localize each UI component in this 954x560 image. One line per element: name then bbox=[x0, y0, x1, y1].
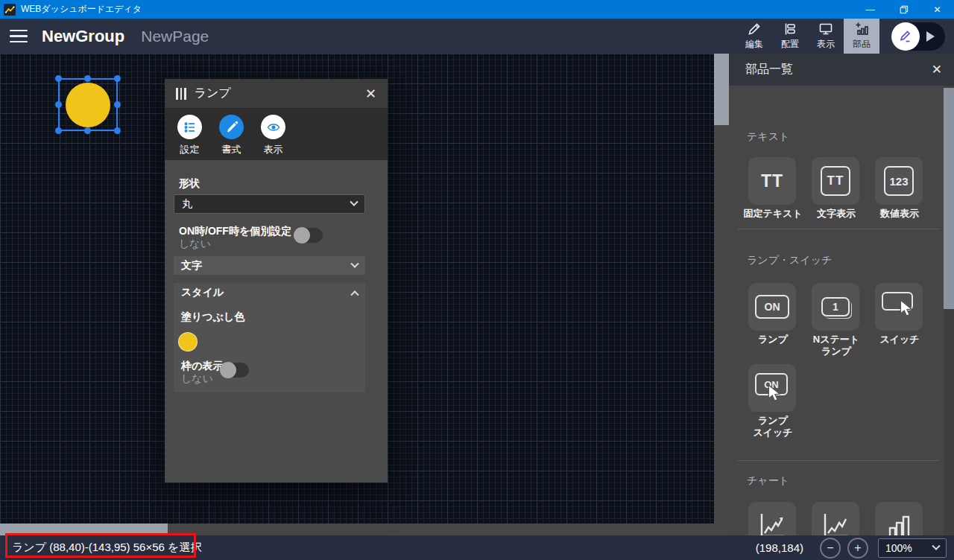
hamburger-menu-icon[interactable] bbox=[10, 30, 28, 43]
part-numeric-display[interactable]: 123 bbox=[875, 157, 923, 205]
part-label: 固定テキスト bbox=[741, 208, 805, 220]
parts-icon bbox=[854, 22, 869, 36]
style-section-bar[interactable]: スタイル bbox=[174, 283, 365, 302]
lamp-icon: ON bbox=[755, 295, 789, 319]
statusbar: ランプ (88,40)-(143,95) 56×56 を選択 (198,184)… bbox=[0, 535, 954, 560]
section-divider bbox=[738, 460, 939, 461]
group-name: NewGroup bbox=[42, 27, 124, 46]
tool-display[interactable]: 表示 bbox=[808, 19, 844, 54]
lamp-property-dialog: ランプ ✕ 設定 書式 bbox=[165, 79, 388, 483]
numeric-display-icon: 123 bbox=[884, 166, 914, 196]
onoff-toggle[interactable] bbox=[294, 228, 323, 243]
page-name: NewPage bbox=[141, 28, 209, 45]
arrange-icon bbox=[783, 22, 797, 36]
window-title: WEBダッシュボードエディタ bbox=[21, 3, 142, 16]
part-lamp-switch[interactable]: ON bbox=[748, 364, 796, 412]
tab-display[interactable]: 表示 bbox=[261, 115, 285, 160]
restore-icon bbox=[900, 5, 909, 14]
frame-label: 枠の表示 bbox=[181, 360, 223, 373]
zoom-level-value: 100% bbox=[885, 542, 912, 554]
zoom-in-button[interactable]: + bbox=[847, 538, 868, 559]
tool-arrange[interactable]: 配置 bbox=[772, 19, 808, 54]
resize-handle-sw[interactable] bbox=[55, 127, 62, 134]
part-label: 数値表示 bbox=[868, 208, 932, 220]
dialog-close-icon[interactable]: ✕ bbox=[365, 86, 376, 102]
shape-select[interactable]: 丸 bbox=[174, 194, 365, 214]
zoom-out-button[interactable]: − bbox=[820, 538, 841, 559]
tool-edit[interactable]: 編集 bbox=[736, 19, 772, 54]
chevron-down-icon bbox=[350, 259, 358, 267]
part-nstate-lamp[interactable]: 1 bbox=[812, 283, 859, 331]
parts-panel-scrollbar[interactable] bbox=[944, 86, 954, 535]
minimize-icon: — bbox=[866, 4, 875, 15]
dialog-tabstrip: 設定 書式 表示 bbox=[165, 108, 388, 160]
nstate-lamp-icon: 1 bbox=[821, 297, 850, 316]
restore-button[interactable] bbox=[887, 0, 920, 19]
tab-format-label: 書式 bbox=[222, 143, 241, 156]
text-section-label: 文字 bbox=[181, 259, 202, 273]
tool-parts[interactable]: 部品 bbox=[844, 19, 879, 54]
tool-display-label: 表示 bbox=[817, 38, 835, 51]
resize-handle-e[interactable] bbox=[114, 101, 121, 108]
drag-handle-icon[interactable] bbox=[176, 88, 186, 100]
part-label: Nステート ランプ bbox=[804, 334, 868, 358]
tool-edit-label: 編集 bbox=[745, 38, 763, 51]
tab-display-label: 表示 bbox=[264, 143, 283, 156]
zoom-level-select[interactable]: 100% bbox=[878, 538, 947, 558]
resize-handle-nw[interactable] bbox=[55, 75, 62, 82]
resize-handle-w[interactable] bbox=[55, 101, 62, 108]
tool-parts-label: 部品 bbox=[853, 38, 871, 51]
app-icon bbox=[4, 4, 16, 16]
lamp-selection-box[interactable] bbox=[58, 78, 118, 131]
resize-handle-s[interactable] bbox=[84, 127, 91, 134]
close-button[interactable]: ✕ bbox=[920, 0, 954, 19]
eye-icon bbox=[267, 121, 280, 134]
monitor-icon bbox=[818, 22, 833, 36]
edit-pencil-icon bbox=[898, 29, 913, 44]
plus-icon: + bbox=[854, 541, 861, 555]
part-fixed-text[interactable]: TT bbox=[748, 157, 796, 205]
run-play-icon[interactable] bbox=[926, 31, 935, 42]
style-section-label: スタイル bbox=[181, 286, 224, 299]
text-section-bar[interactable]: 文字 bbox=[174, 256, 365, 275]
shape-select-value: 丸 bbox=[182, 197, 192, 211]
chevron-down-icon bbox=[932, 541, 940, 550]
tool-arrange-label: 配置 bbox=[781, 38, 799, 51]
part-switch[interactable] bbox=[875, 283, 923, 331]
lamp-switch-icon: ON bbox=[755, 372, 789, 404]
canvas-vertical-scrollbar[interactable] bbox=[714, 54, 729, 535]
frame-toggle[interactable] bbox=[221, 363, 249, 378]
part-lamp[interactable]: ON bbox=[748, 283, 796, 331]
part-line-chart[interactable] bbox=[812, 502, 859, 536]
part-text-display[interactable]: TT bbox=[812, 157, 859, 205]
parts-panel-close-icon[interactable]: ✕ bbox=[932, 62, 942, 77]
selection-status-text: ランプ (88,40)-(143,95) 56×56 を選択 bbox=[12, 541, 201, 555]
edit-run-toggle[interactable] bbox=[891, 22, 945, 51]
tab-format[interactable]: 書式 bbox=[219, 115, 244, 160]
resize-handle-n[interactable] bbox=[84, 75, 91, 82]
section-divider bbox=[738, 229, 939, 229]
vertical-scroll-thumb[interactable] bbox=[714, 54, 729, 125]
fill-color-label: 塗りつぶし色 bbox=[181, 311, 244, 324]
close-icon: ✕ bbox=[933, 4, 941, 15]
tab-settings-label: 設定 bbox=[180, 143, 200, 156]
dialog-titlebar[interactable]: ランプ ✕ bbox=[165, 79, 388, 108]
line-chart-icon bbox=[820, 510, 851, 536]
parts-panel-header: 部品一覧 ✕ bbox=[729, 54, 954, 86]
parts-panel-scroll-thumb[interactable] bbox=[944, 88, 954, 309]
part-bar-chart[interactable] bbox=[875, 502, 923, 536]
tab-settings[interactable]: 設定 bbox=[177, 115, 202, 160]
part-timeseries-chart[interactable] bbox=[748, 502, 796, 536]
fixed-text-icon: TT bbox=[761, 171, 783, 191]
canvas-horizontal-scrollbar[interactable] bbox=[0, 524, 714, 535]
resize-handle-se[interactable] bbox=[114, 127, 121, 134]
settings-list-icon bbox=[183, 121, 197, 134]
lamp-widget[interactable] bbox=[66, 83, 110, 127]
fill-color-swatch[interactable] bbox=[178, 332, 198, 351]
minimize-button[interactable]: — bbox=[853, 0, 887, 19]
dialog-title: ランプ bbox=[195, 86, 231, 101]
onoff-state: しない bbox=[179, 238, 211, 251]
resize-handle-ne[interactable] bbox=[114, 75, 121, 82]
edit-mode-knob[interactable] bbox=[891, 22, 920, 51]
horizontal-scroll-thumb[interactable] bbox=[0, 524, 168, 535]
